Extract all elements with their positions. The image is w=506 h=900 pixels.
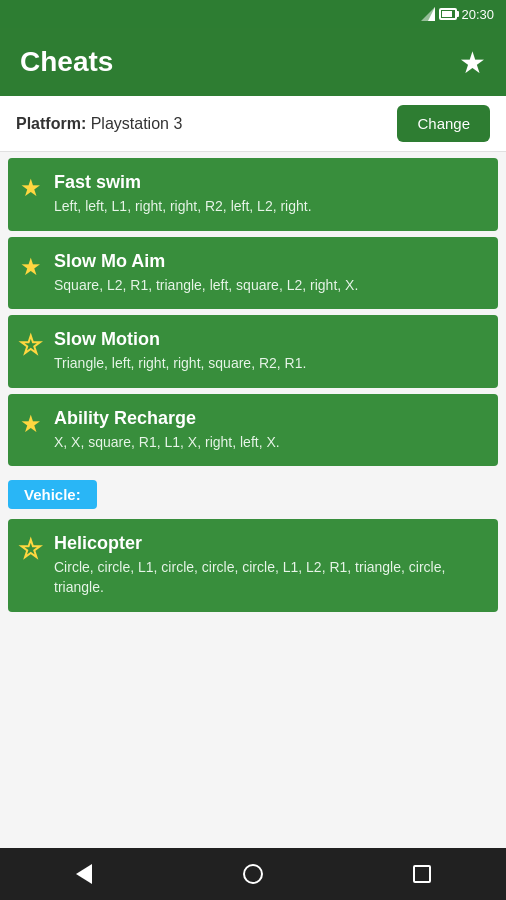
- favorite-star-fast-swim[interactable]: ★: [20, 174, 42, 202]
- favorite-star-helicopter[interactable]: ★: [20, 535, 42, 563]
- home-button[interactable]: [233, 854, 273, 894]
- platform-bar: Platform: Playstation 3 Change: [0, 96, 506, 152]
- recents-button[interactable]: [402, 854, 442, 894]
- battery-icon: [439, 8, 457, 20]
- status-bar: 20:30: [0, 0, 506, 28]
- cheat-item-slow-mo-aim[interactable]: ★ Slow Mo Aim Square, L2, R1, triangle, …: [8, 237, 498, 310]
- favorite-star-slow-motion[interactable]: ★: [20, 331, 42, 359]
- nav-bar: [0, 848, 506, 900]
- app-bar: Cheats ★: [0, 28, 506, 96]
- change-platform-button[interactable]: Change: [397, 105, 490, 142]
- favorites-star-icon[interactable]: ★: [459, 45, 486, 80]
- cheat-name-ability-recharge: Ability Recharge: [54, 408, 484, 429]
- status-icons: 20:30: [421, 7, 494, 22]
- cheat-code-fast-swim: Left, left, L1, right, right, R2, left, …: [54, 197, 484, 217]
- cheat-name-slow-mo-aim: Slow Mo Aim: [54, 251, 484, 272]
- vehicle-category-label: Vehicle:: [8, 480, 97, 509]
- status-time: 20:30: [461, 7, 494, 22]
- favorite-star-slow-mo-aim[interactable]: ★: [20, 253, 42, 281]
- cheat-name-slow-motion: Slow Motion: [54, 329, 484, 350]
- cheat-item-ability-recharge[interactable]: ★ Ability Recharge X, X, square, R1, L1,…: [8, 394, 498, 467]
- platform-label: Platform: Playstation 3: [16, 115, 182, 133]
- favorite-star-ability-recharge[interactable]: ★: [20, 410, 42, 438]
- app-title: Cheats: [20, 46, 113, 78]
- cheat-code-slow-motion: Triangle, left, right, right, square, R2…: [54, 354, 484, 374]
- vehicle-category: Vehicle:: [8, 480, 97, 509]
- cheat-code-ability-recharge: X, X, square, R1, L1, X, right, left, X.: [54, 433, 484, 453]
- cheats-list: ★ Fast swim Left, left, L1, right, right…: [0, 152, 506, 848]
- cheat-item-slow-motion[interactable]: ★ Slow Motion Triangle, left, right, rig…: [8, 315, 498, 388]
- cheat-code-helicopter: Circle, circle, L1, circle, circle, circ…: [54, 558, 484, 597]
- signal-icon: [421, 7, 435, 21]
- cheat-item-helicopter[interactable]: ★ Helicopter Circle, circle, L1, circle,…: [8, 519, 498, 611]
- cheat-code-slow-mo-aim: Square, L2, R1, triangle, left, square, …: [54, 276, 484, 296]
- cheat-name-helicopter: Helicopter: [54, 533, 484, 554]
- cheat-item-fast-swim[interactable]: ★ Fast swim Left, left, L1, right, right…: [8, 158, 498, 231]
- back-button[interactable]: [64, 854, 104, 894]
- cheat-name-fast-swim: Fast swim: [54, 172, 484, 193]
